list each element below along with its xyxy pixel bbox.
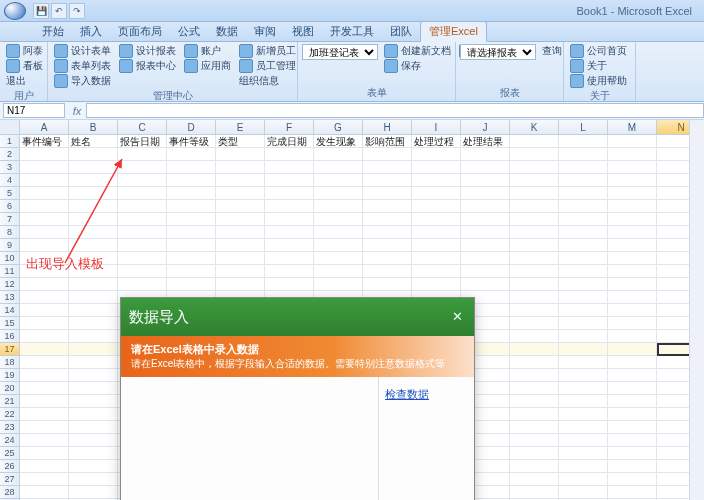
cell-L14[interactable]	[559, 304, 608, 317]
cell-A19[interactable]	[20, 369, 69, 382]
ritem-appstore[interactable]: 应用商	[182, 59, 233, 73]
cell-B7[interactable]	[69, 213, 118, 226]
cell-B12[interactable]	[69, 278, 118, 291]
cell-M5[interactable]	[608, 187, 657, 200]
cell-G4[interactable]	[314, 174, 363, 187]
cell-D11[interactable]	[167, 265, 216, 278]
row-header-14[interactable]: 14	[0, 304, 20, 317]
cell-A13[interactable]	[20, 291, 69, 304]
ritem-exit[interactable]: 退出	[4, 74, 45, 88]
cell-L17[interactable]	[559, 343, 608, 356]
cell-L12[interactable]	[559, 278, 608, 291]
cell-A23[interactable]	[20, 421, 69, 434]
cell-D6[interactable]	[167, 200, 216, 213]
check-data-link[interactable]: 检查数据	[385, 388, 429, 400]
cell-K25[interactable]	[510, 447, 559, 460]
col-header-H[interactable]: H	[363, 120, 412, 135]
cell-L18[interactable]	[559, 356, 608, 369]
cell-K24[interactable]	[510, 434, 559, 447]
col-header-A[interactable]: A	[20, 120, 69, 135]
cell-E1[interactable]: 类型	[216, 135, 265, 148]
cell-I10[interactable]	[412, 252, 461, 265]
cell-L15[interactable]	[559, 317, 608, 330]
row-header-13[interactable]: 13	[0, 291, 20, 304]
cell-M14[interactable]	[608, 304, 657, 317]
row-header-28[interactable]: 28	[0, 486, 20, 499]
row-header-6[interactable]: 6	[0, 200, 20, 213]
cell-D5[interactable]	[167, 187, 216, 200]
cell-I12[interactable]	[412, 278, 461, 291]
cell-B2[interactable]	[69, 148, 118, 161]
col-header-C[interactable]: C	[118, 120, 167, 135]
tab-review[interactable]: 审阅	[246, 22, 284, 41]
cell-F10[interactable]	[265, 252, 314, 265]
cell-I6[interactable]	[412, 200, 461, 213]
report-select[interactable]: 请选择报表	[460, 44, 536, 60]
row-header-4[interactable]: 4	[0, 174, 20, 187]
row-header-26[interactable]: 26	[0, 460, 20, 473]
cell-F12[interactable]	[265, 278, 314, 291]
cell-K1[interactable]	[510, 135, 559, 148]
cell-K3[interactable]	[510, 161, 559, 174]
cell-H1[interactable]: 影响范围	[363, 135, 412, 148]
cell-E4[interactable]	[216, 174, 265, 187]
cell-H2[interactable]	[363, 148, 412, 161]
cell-F9[interactable]	[265, 239, 314, 252]
col-header-I[interactable]: I	[412, 120, 461, 135]
cell-B4[interactable]	[69, 174, 118, 187]
cell-M25[interactable]	[608, 447, 657, 460]
cell-L3[interactable]	[559, 161, 608, 174]
cell-I4[interactable]	[412, 174, 461, 187]
cell-J7[interactable]	[461, 213, 510, 226]
fx-icon[interactable]: fx	[68, 105, 86, 117]
cell-M2[interactable]	[608, 148, 657, 161]
cell-I1[interactable]: 处理过程	[412, 135, 461, 148]
cell-B16[interactable]	[69, 330, 118, 343]
cell-K16[interactable]	[510, 330, 559, 343]
cell-M8[interactable]	[608, 226, 657, 239]
col-header-G[interactable]: G	[314, 120, 363, 135]
cell-L2[interactable]	[559, 148, 608, 161]
ritem-save[interactable]: 保存	[382, 59, 453, 73]
cell-L28[interactable]	[559, 486, 608, 499]
cell-M23[interactable]	[608, 421, 657, 434]
cell-M6[interactable]	[608, 200, 657, 213]
cell-A3[interactable]	[20, 161, 69, 174]
cell-G12[interactable]	[314, 278, 363, 291]
cell-A21[interactable]	[20, 395, 69, 408]
office-button[interactable]	[4, 2, 26, 20]
col-header-L[interactable]: L	[559, 120, 608, 135]
row-header-7[interactable]: 7	[0, 213, 20, 226]
cell-A6[interactable]	[20, 200, 69, 213]
cell-K21[interactable]	[510, 395, 559, 408]
name-box[interactable]: N17	[3, 103, 65, 118]
cell-G10[interactable]	[314, 252, 363, 265]
dialog-preview-pane[interactable]	[121, 377, 379, 500]
cell-B24[interactable]	[69, 434, 118, 447]
cell-B9[interactable]	[69, 239, 118, 252]
cell-G3[interactable]	[314, 161, 363, 174]
row-header-22[interactable]: 22	[0, 408, 20, 421]
cell-K17[interactable]	[510, 343, 559, 356]
cell-K12[interactable]	[510, 278, 559, 291]
cell-E11[interactable]	[216, 265, 265, 278]
tab-team[interactable]: 团队	[382, 22, 420, 41]
ritem-design-report[interactable]: 设计报表	[117, 44, 178, 58]
cell-I3[interactable]	[412, 161, 461, 174]
qat-redo[interactable]: ↷	[69, 3, 85, 19]
cell-B8[interactable]	[69, 226, 118, 239]
cell-M12[interactable]	[608, 278, 657, 291]
tab-insert[interactable]: 插入	[72, 22, 110, 41]
cell-B22[interactable]	[69, 408, 118, 421]
tab-view[interactable]: 视图	[284, 22, 322, 41]
cell-A2[interactable]	[20, 148, 69, 161]
cell-E12[interactable]	[216, 278, 265, 291]
tab-data[interactable]: 数据	[208, 22, 246, 41]
cell-D1[interactable]: 事件等级	[167, 135, 216, 148]
cell-G1[interactable]: 发生现象	[314, 135, 363, 148]
cell-M3[interactable]	[608, 161, 657, 174]
cell-H9[interactable]	[363, 239, 412, 252]
cell-A20[interactable]	[20, 382, 69, 395]
cell-J8[interactable]	[461, 226, 510, 239]
cell-C1[interactable]: 报告日期	[118, 135, 167, 148]
